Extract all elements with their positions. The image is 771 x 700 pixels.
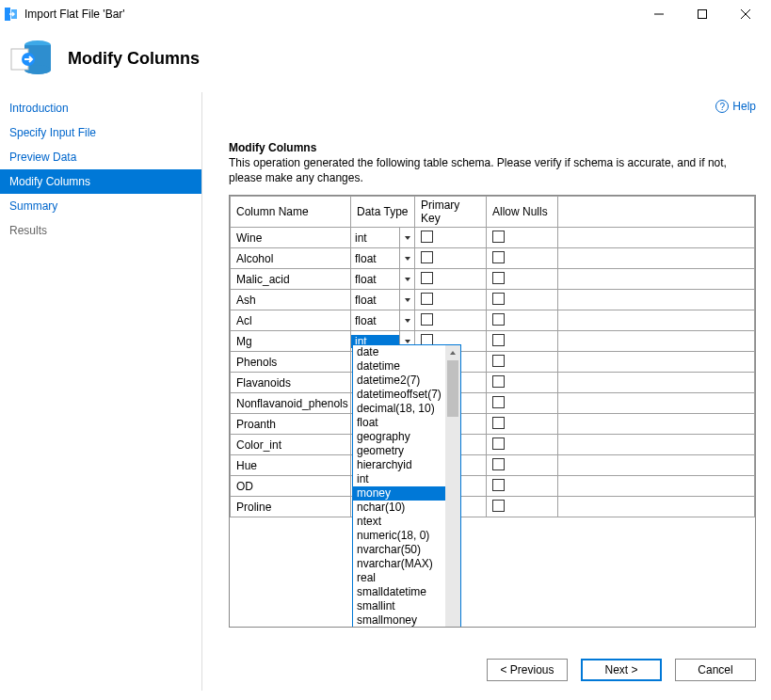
datatype-option[interactable]: datetime xyxy=(353,359,445,374)
chevron-down-icon[interactable] xyxy=(399,228,414,247)
datatype-option[interactable]: smallmoney xyxy=(353,613,445,628)
datatype-option[interactable]: smalldatetime xyxy=(353,585,445,599)
allow-nulls-cell[interactable] xyxy=(487,393,558,414)
allow-nulls-cell[interactable] xyxy=(487,435,558,455)
primary-key-cell[interactable] xyxy=(415,269,487,290)
allow-nulls-checkbox[interactable] xyxy=(492,417,505,429)
allow-nulls-cell[interactable] xyxy=(487,310,558,331)
datatype-option[interactable]: float xyxy=(353,416,445,430)
allow-nulls-cell[interactable] xyxy=(487,352,558,373)
datatype-option[interactable]: real xyxy=(353,571,445,585)
datatype-dropdown[interactable]: datedatetimedatetime2(7)datetimeoffset(7… xyxy=(352,344,461,628)
sidebar-item-preview-data[interactable]: Preview Data xyxy=(0,145,201,169)
scroll-up-arrow[interactable] xyxy=(445,345,460,360)
allow-nulls-cell[interactable] xyxy=(487,269,558,290)
allow-nulls-checkbox[interactable] xyxy=(492,272,505,284)
scroll-thumb[interactable] xyxy=(447,360,458,417)
datatype-option[interactable]: datetimeoffset(7) xyxy=(353,388,445,402)
primary-key-checkbox[interactable] xyxy=(421,231,433,243)
allow-nulls-cell[interactable] xyxy=(487,476,558,497)
chevron-down-icon[interactable] xyxy=(399,269,414,289)
allow-nulls-cell[interactable] xyxy=(487,414,558,435)
column-name-cell[interactable]: Nonflavanoid_phenols xyxy=(231,393,351,414)
datatype-option[interactable]: decimal(18, 10) xyxy=(353,402,445,416)
allow-nulls-cell[interactable] xyxy=(487,331,558,352)
allow-nulls-checkbox[interactable] xyxy=(492,355,505,367)
datatype-option[interactable]: geography xyxy=(353,430,445,444)
allow-nulls-checkbox[interactable] xyxy=(492,251,505,263)
datatype-option[interactable]: nchar(10) xyxy=(353,501,445,515)
column-name-cell[interactable]: Wine xyxy=(231,228,351,248)
sidebar-item-modify-columns[interactable]: Modify Columns xyxy=(0,169,201,194)
chevron-down-icon[interactable] xyxy=(399,248,414,268)
allow-nulls-cell[interactable] xyxy=(487,228,558,248)
column-name-cell[interactable]: Acl xyxy=(231,310,351,331)
next-button[interactable]: Next > xyxy=(581,659,662,681)
datatype-option[interactable]: smallint xyxy=(353,599,445,613)
allow-nulls-checkbox[interactable] xyxy=(492,375,505,388)
data-type-cell[interactable]: float xyxy=(351,269,415,290)
primary-key-checkbox[interactable] xyxy=(421,313,433,326)
allow-nulls-cell[interactable] xyxy=(487,373,558,393)
allow-nulls-cell[interactable] xyxy=(487,248,558,269)
sidebar-item-results[interactable]: Results xyxy=(0,218,201,243)
datatype-option[interactable]: int xyxy=(353,472,445,486)
column-name-cell[interactable]: Ash xyxy=(231,290,351,310)
dropdown-scrollbar[interactable] xyxy=(445,345,460,628)
primary-key-checkbox[interactable] xyxy=(421,251,433,263)
datatype-option[interactable]: nvarchar(50) xyxy=(353,543,445,557)
allow-nulls-checkbox[interactable] xyxy=(492,500,505,512)
allow-nulls-checkbox[interactable] xyxy=(492,293,505,305)
primary-key-cell[interactable] xyxy=(415,310,487,331)
datatype-option[interactable]: nvarchar(MAX) xyxy=(353,557,445,571)
allow-nulls-checkbox[interactable] xyxy=(492,334,505,346)
primary-key-checkbox[interactable] xyxy=(421,293,433,305)
datatype-option[interactable]: geometry xyxy=(353,444,445,458)
column-name-cell[interactable]: Proline xyxy=(231,497,351,517)
sidebar-item-introduction[interactable]: Introduction xyxy=(0,96,201,120)
datatype-option[interactable]: ntext xyxy=(353,515,445,529)
datatype-option[interactable]: hierarchyid xyxy=(353,458,445,472)
primary-key-cell[interactable] xyxy=(415,228,487,248)
data-type-cell[interactable]: float xyxy=(351,310,415,331)
scroll-track[interactable] xyxy=(445,360,460,628)
data-type-cell[interactable]: float xyxy=(351,290,415,310)
help-link[interactable]: ? Help xyxy=(715,100,756,113)
sidebar-item-specify-input-file[interactable]: Specify Input File xyxy=(0,120,201,145)
primary-key-checkbox[interactable] xyxy=(421,272,433,284)
close-button[interactable] xyxy=(724,0,767,28)
datatype-option[interactable]: numeric(18, 0) xyxy=(353,529,445,543)
column-name-cell[interactable]: Alcohol xyxy=(231,248,351,269)
allow-nulls-cell[interactable] xyxy=(487,497,558,517)
datatype-option[interactable]: datetime2(7) xyxy=(353,374,445,388)
column-name-cell[interactable]: OD xyxy=(231,476,351,497)
allow-nulls-checkbox[interactable] xyxy=(492,396,505,408)
data-type-cell[interactable]: float xyxy=(351,248,415,269)
allow-nulls-checkbox[interactable] xyxy=(492,458,505,470)
column-name-cell[interactable]: Color_int xyxy=(231,435,351,455)
data-type-cell[interactable]: int xyxy=(351,228,415,248)
previous-button[interactable]: < Previous xyxy=(487,659,568,681)
column-name-cell[interactable]: Mg xyxy=(231,331,351,352)
column-name-cell[interactable]: Hue xyxy=(231,455,351,476)
chevron-down-icon[interactable] xyxy=(399,290,414,310)
column-name-cell[interactable]: Malic_acid xyxy=(231,269,351,290)
allow-nulls-checkbox[interactable] xyxy=(492,313,505,326)
datatype-option[interactable]: money xyxy=(353,486,445,501)
allow-nulls-cell[interactable] xyxy=(487,455,558,476)
primary-key-cell[interactable] xyxy=(415,290,487,310)
primary-key-cell[interactable] xyxy=(415,248,487,269)
cancel-button[interactable]: Cancel xyxy=(675,659,756,681)
datatype-option[interactable]: date xyxy=(353,345,445,359)
allow-nulls-checkbox[interactable] xyxy=(492,438,505,450)
allow-nulls-cell[interactable] xyxy=(487,290,558,310)
sidebar-item-summary[interactable]: Summary xyxy=(0,194,201,218)
column-name-cell[interactable]: Flavanoids xyxy=(231,373,351,393)
allow-nulls-checkbox[interactable] xyxy=(492,231,505,243)
column-name-cell[interactable]: Proanth xyxy=(231,414,351,435)
column-name-cell[interactable]: Phenols xyxy=(231,352,351,373)
minimize-button[interactable] xyxy=(637,0,681,28)
maximize-button[interactable] xyxy=(681,0,724,28)
allow-nulls-checkbox[interactable] xyxy=(492,479,505,491)
chevron-down-icon[interactable] xyxy=(399,310,414,330)
